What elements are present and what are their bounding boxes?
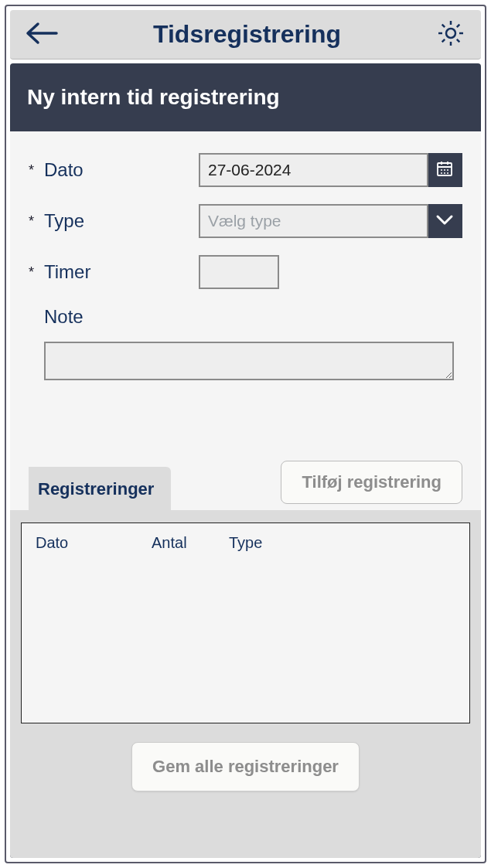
form-card: * Dato [10,131,481,397]
svg-point-6 [444,169,445,171]
svg-point-8 [441,172,442,174]
save-all-button[interactable]: Gem alle registreringer [131,742,360,791]
date-row: * Dato [29,153,462,187]
column-count: Antal [152,534,229,552]
required-mark: * [29,162,44,179]
column-date: Dato [36,534,152,552]
type-select[interactable]: Vælg type [199,204,428,238]
date-picker-button[interactable] [428,153,462,187]
type-dropdown-button[interactable] [428,204,462,238]
svg-point-9 [444,172,445,174]
svg-point-7 [447,169,448,171]
chevron-down-icon [435,209,455,233]
type-label: Type [44,210,199,232]
date-input[interactable] [199,153,428,187]
content-area: Ny intern tid registrering * Dato [10,63,481,858]
gear-icon [436,19,465,50]
tab-row: Registreringer Tilføj registrering [29,461,462,510]
note-label: Note [44,306,462,328]
save-button-wrap: Gem alle registreringer [21,742,470,791]
midsection: Registreringer Tilføj registrering [10,397,481,510]
required-mark: * [29,213,44,230]
back-arrow-icon [26,22,58,47]
page-heading: Ny intern tid registrering [10,63,481,131]
hours-label: Timer [44,261,199,283]
note-input[interactable] [44,342,454,380]
topbar: Tidsregistrering [10,10,481,60]
registrations-panel: Dato Antal Type Gem alle registreringer [10,510,481,858]
app-frame: Tidsregistrering Ny intern tid registrer… [5,5,486,863]
svg-point-5 [441,169,442,171]
note-row: Note [29,306,462,383]
back-button[interactable] [26,22,58,47]
calendar-icon [435,159,454,181]
svg-point-0 [446,29,455,38]
hours-row: * Timer [29,255,462,289]
add-registration-button[interactable]: Tilføj registrering [281,461,462,504]
date-label: Dato [44,159,199,181]
svg-point-10 [447,172,448,174]
hours-input[interactable] [199,255,279,289]
settings-button[interactable] [436,19,465,50]
tab-registrations[interactable]: Registreringer [29,467,171,510]
registrations-table: Dato Antal Type [21,523,470,723]
page-title: Tidsregistrering [58,20,436,49]
required-mark: * [29,264,44,281]
type-row: * Type Vælg type [29,204,462,238]
table-header: Dato Antal Type [36,534,455,552]
column-type: Type [229,534,455,552]
